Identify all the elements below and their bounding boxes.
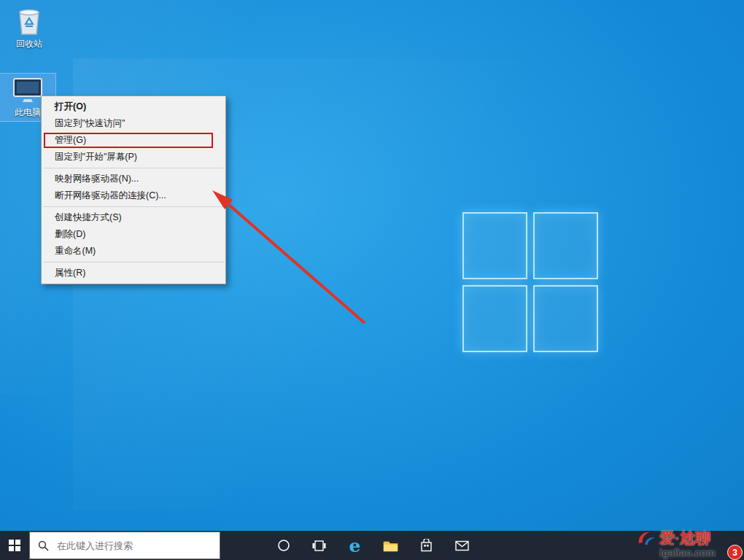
menu-item-properties[interactable]: 属性(R) bbox=[42, 265, 225, 281]
edge-icon: e bbox=[349, 537, 361, 555]
taskbar-search[interactable] bbox=[29, 532, 220, 559]
search-input[interactable] bbox=[55, 540, 204, 552]
windows-start-icon bbox=[9, 540, 20, 551]
menu-separator bbox=[43, 262, 224, 262]
recycle-bin-label: 回收站 bbox=[16, 39, 42, 49]
this-pc-label: 此电脑 bbox=[15, 107, 41, 117]
menu-separator bbox=[43, 206, 224, 207]
taskbar: e bbox=[0, 531, 744, 560]
edge-button[interactable]: e bbox=[337, 531, 373, 560]
menu-item-pin-quick-access[interactable]: 固定到"快速访问" bbox=[42, 115, 225, 132]
file-explorer-icon bbox=[383, 540, 398, 552]
menu-item-open[interactable]: 打开(O) bbox=[42, 98, 225, 115]
menu-item-map-network-drive[interactable]: 映射网络驱动器(N)... bbox=[42, 171, 225, 187]
menu-item-rename[interactable]: 重命名(M) bbox=[42, 243, 225, 260]
mail-icon bbox=[455, 540, 469, 551]
cortana-button[interactable] bbox=[266, 531, 301, 560]
search-icon bbox=[38, 540, 49, 551]
windows-logo-wallpaper bbox=[462, 212, 598, 352]
menu-item-delete[interactable]: 删除(D) bbox=[42, 226, 225, 243]
desktop-icon-recycle-bin[interactable]: 回收站 bbox=[1, 4, 57, 52]
recycle-bin-icon bbox=[16, 7, 42, 36]
cortana-icon bbox=[277, 539, 290, 552]
menu-separator bbox=[43, 168, 224, 168]
this-pc-icon bbox=[12, 77, 44, 104]
task-view-button[interactable] bbox=[301, 531, 337, 560]
store-icon bbox=[420, 539, 433, 552]
context-menu: 打开(O) 固定到"快速访问" 管理(G) 固定到"开始"屏幕(P) 映射网络驱… bbox=[41, 96, 226, 284]
menu-item-manage[interactable]: 管理(G) bbox=[42, 132, 225, 149]
windows-logo-pane bbox=[533, 285, 598, 352]
windows-logo-pane bbox=[462, 285, 527, 352]
windows-logo-pane bbox=[533, 212, 598, 279]
menu-item-create-shortcut[interactable]: 创建快捷方式(S) bbox=[42, 209, 225, 226]
menu-item-disconnect-network-drive[interactable]: 断开网络驱动器的连接(C)... bbox=[42, 187, 225, 204]
task-view-icon bbox=[312, 540, 326, 552]
file-explorer-button[interactable] bbox=[373, 531, 408, 560]
windows-logo-pane bbox=[462, 212, 527, 279]
mail-button[interactable] bbox=[444, 531, 480, 560]
start-button[interactable] bbox=[0, 531, 29, 560]
menu-item-pin-start[interactable]: 固定到"开始"屏幕(P) bbox=[42, 149, 225, 166]
store-button[interactable] bbox=[408, 531, 444, 560]
